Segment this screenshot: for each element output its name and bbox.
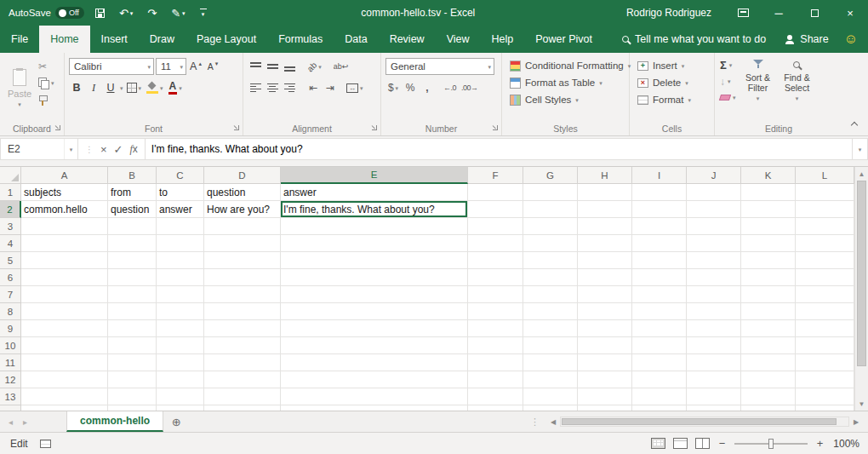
align-left-button[interactable]	[248, 79, 263, 96]
wrap-text-button[interactable]: ab↩	[332, 58, 351, 75]
cell-E12[interactable]	[281, 371, 468, 388]
cell-F4[interactable]	[468, 235, 523, 252]
cell-J2[interactable]	[687, 201, 741, 218]
cell-B2[interactable]: question	[108, 201, 157, 218]
cell-A12[interactable]	[21, 371, 108, 388]
cell-I11[interactable]	[632, 354, 687, 371]
cell-L9[interactable]	[796, 320, 854, 337]
cell-E4[interactable]	[281, 235, 468, 252]
scroll-right-button[interactable]: ▶	[849, 415, 863, 428]
redo-button[interactable]: ↷	[144, 2, 160, 24]
cell-F10[interactable]	[468, 337, 523, 354]
cell-C1[interactable]: to	[157, 184, 204, 201]
tab-review[interactable]: Review	[379, 26, 436, 53]
fill-button[interactable]: ↓▾	[717, 74, 739, 89]
cell-E3[interactable]	[281, 218, 468, 235]
share-button[interactable]: Share	[785, 26, 828, 53]
pen-tool-button[interactable]: ✎▾	[168, 2, 188, 24]
column-header-D[interactable]: D	[204, 167, 281, 184]
tab-formulas[interactable]: Formulas	[267, 26, 334, 53]
cell-D10[interactable]	[204, 337, 281, 354]
scroll-up-button[interactable]: ▲	[855, 167, 868, 181]
cell-F13[interactable]	[468, 388, 523, 405]
clipboard-dialog-launcher[interactable]	[54, 124, 61, 131]
cell-B6[interactable]	[108, 269, 157, 286]
row-header-1[interactable]: 1	[0, 184, 21, 201]
cell-E8[interactable]	[281, 303, 468, 320]
cell-F12[interactable]	[468, 371, 523, 388]
cell-J1[interactable]	[687, 184, 741, 201]
cell-K3[interactable]	[741, 218, 796, 235]
cell-H12[interactable]	[578, 371, 632, 388]
cell-H4[interactable]	[578, 235, 632, 252]
cell-A10[interactable]	[21, 337, 108, 354]
cell-E11[interactable]	[281, 354, 468, 371]
formula-input[interactable]: I'm fine, thanks. What about you?	[146, 138, 853, 160]
cell-I4[interactable]	[632, 235, 687, 252]
horizontal-scroll-track[interactable]	[560, 417, 849, 427]
cell-K5[interactable]	[741, 252, 796, 269]
cell-K9[interactable]	[741, 320, 796, 337]
cell-E13[interactable]	[281, 388, 468, 405]
cell-J11[interactable]	[687, 354, 741, 371]
cell-A7[interactable]	[21, 286, 108, 303]
row-header-13[interactable]: 13	[0, 388, 21, 405]
name-box[interactable]: E2 ▾	[0, 138, 78, 160]
tab-home[interactable]: Home	[39, 26, 89, 53]
cell-F1[interactable]	[468, 184, 523, 201]
alignment-dialog-launcher[interactable]	[371, 124, 378, 131]
vertical-scroll-thumb[interactable]	[857, 181, 866, 366]
cell-G4[interactable]	[523, 235, 578, 252]
feedback-smiley-button[interactable]: ☺	[844, 26, 858, 53]
cell-G1[interactable]	[523, 184, 578, 201]
font-color-button[interactable]: A▾	[167, 79, 184, 96]
cell-F11[interactable]	[468, 354, 523, 371]
cell-A13[interactable]	[21, 388, 108, 405]
delete-cells-button[interactable]: ×Delete▾	[632, 74, 711, 91]
tab-file[interactable]: File	[0, 26, 39, 53]
cell-H3[interactable]	[578, 218, 632, 235]
align-top-button[interactable]	[248, 58, 263, 75]
cell-I12[interactable]	[632, 371, 687, 388]
format-painter-button[interactable]	[37, 94, 56, 106]
new-sheet-button[interactable]: ⊕	[163, 411, 189, 432]
cell-H13[interactable]	[578, 388, 632, 405]
select-all-corner[interactable]	[0, 167, 21, 184]
cell-G2[interactable]	[523, 201, 578, 218]
cell-B3[interactable]	[108, 218, 157, 235]
cell-A9[interactable]	[21, 320, 108, 337]
cell-H1[interactable]	[578, 184, 632, 201]
cell-A2[interactable]: common.hello	[21, 201, 108, 218]
macro-record-icon[interactable]	[40, 440, 51, 448]
normal-view-button[interactable]	[651, 438, 665, 449]
cell-A1[interactable]: subjects	[21, 184, 108, 201]
cell-L5[interactable]	[796, 252, 854, 269]
cell-A6[interactable]	[21, 269, 108, 286]
cell-D4[interactable]	[204, 235, 281, 252]
cell-L3[interactable]	[796, 218, 854, 235]
conditional-formatting-button[interactable]: Conditional Formatting▾	[505, 57, 626, 74]
horizontal-scrollbar[interactable]: ◀ ▶	[546, 411, 868, 432]
vertical-scrollbar[interactable]: ▲ ▼	[854, 167, 868, 411]
zoom-in-button[interactable]: +	[815, 438, 825, 449]
font-size-combobox[interactable]: 11▾	[156, 58, 186, 75]
sheet-tab-common-hello[interactable]: common-hello	[66, 411, 163, 432]
cell-L1[interactable]	[796, 184, 854, 201]
vertical-scroll-track[interactable]	[855, 181, 868, 397]
scroll-left-button[interactable]: ◀	[546, 415, 560, 428]
borders-button[interactable]: ▾	[125, 79, 144, 96]
cell-A8[interactable]	[21, 303, 108, 320]
sort-filter-button[interactable]: Sort & Filter ▾	[739, 55, 778, 121]
cell-L2[interactable]	[796, 201, 854, 218]
cell-D12[interactable]	[204, 371, 281, 388]
cell-J12[interactable]	[687, 371, 741, 388]
user-name[interactable]: Rodrigo Rodriguez	[626, 7, 711, 19]
cell-G8[interactable]	[523, 303, 578, 320]
name-box-caret[interactable]: ▾	[64, 139, 77, 159]
cell-L11[interactable]	[796, 354, 854, 371]
cut-button[interactable]: ✂	[37, 60, 56, 72]
cell-J8[interactable]	[687, 303, 741, 320]
cell-I13[interactable]	[632, 388, 687, 405]
zoom-slider[interactable]	[734, 438, 808, 450]
align-bottom-button[interactable]	[282, 58, 297, 75]
